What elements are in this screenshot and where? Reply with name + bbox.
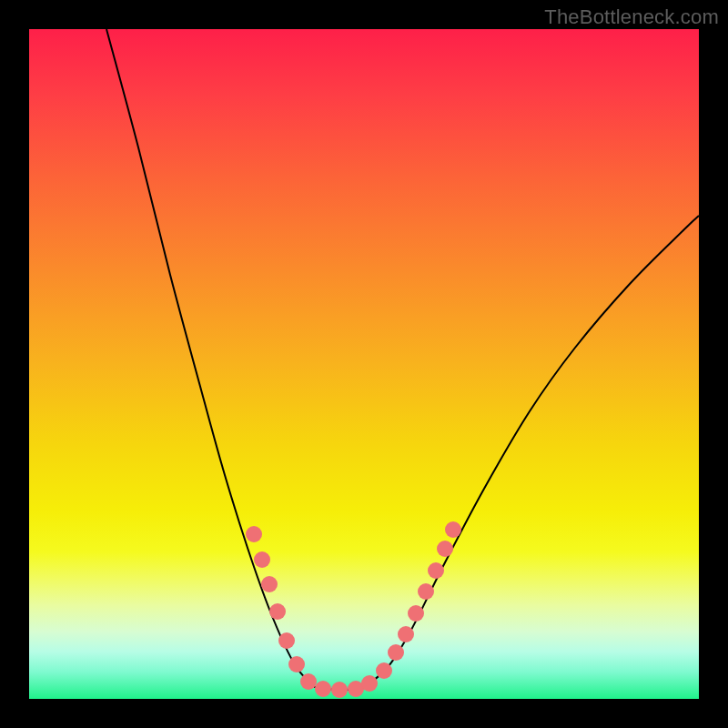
bead-point [361,675,378,692]
bead-point [331,682,348,698]
bead-point [445,521,461,538]
bead-point [428,562,444,579]
bead-point [388,644,404,661]
bead-point [398,626,414,642]
bead-point [408,605,424,622]
bead-point [288,656,305,672]
bead-point [261,576,278,592]
watermark-text: TheBottleneck.com [544,5,719,29]
chart-frame: TheBottleneck.com [0,0,728,728]
bead-point [437,541,453,557]
bead-point [376,662,392,679]
bead-point [300,673,317,690]
bead-point [418,583,434,600]
plot-area [29,29,699,699]
v-curve [106,29,699,690]
bead-point [269,603,286,620]
bead-cluster [246,521,461,698]
bead-point [246,526,262,542]
bead-point [254,551,270,568]
bottleneck-curve [106,29,699,690]
curve-layer [29,29,699,699]
bead-point [315,681,331,697]
bead-point [278,632,295,649]
